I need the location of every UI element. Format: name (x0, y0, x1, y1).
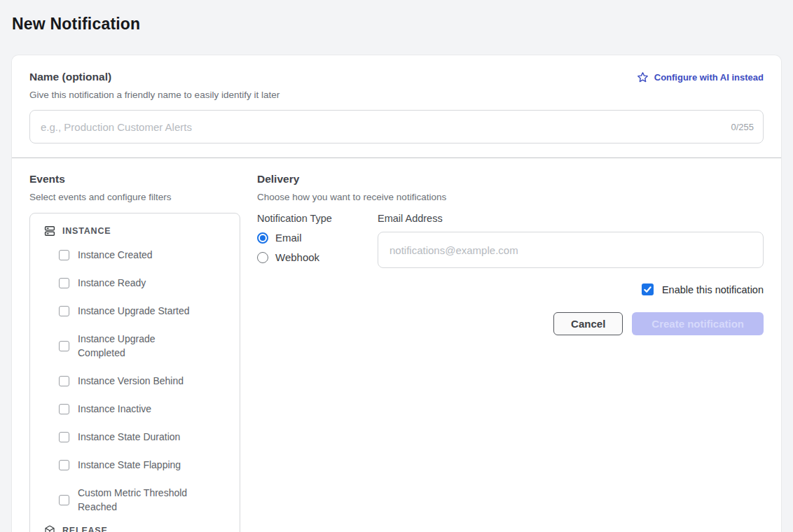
event-item[interactable]: Instance State Duration (30, 423, 240, 451)
name-helper: Give this notification a friendly name t… (29, 90, 764, 100)
events-section: Events Select events and configure filte… (29, 173, 240, 532)
delivery-title: Delivery (257, 173, 764, 186)
name-input[interactable] (29, 110, 764, 144)
enable-notification-row: Enable this notification (257, 284, 764, 295)
event-item-label: Instance State Duration (78, 430, 180, 444)
configure-ai-label: Configure with AI instead (654, 72, 764, 83)
event-item-label: Instance Ready (78, 276, 146, 290)
event-item[interactable]: Instance Version Behind (30, 367, 240, 395)
event-item-label: Instance State Flapping (78, 458, 181, 472)
radio-unselected-icon (257, 252, 268, 263)
event-group-label: INSTANCE (62, 226, 111, 236)
event-item[interactable]: Custom Metric Threshold Reached (30, 479, 240, 521)
delivery-section: Delivery Choose how you want to receive … (257, 173, 764, 532)
name-input-wrap: 0/255 (29, 110, 764, 144)
event-checkbox[interactable] (59, 432, 69, 442)
event-group-label: RELEASE (62, 526, 108, 532)
cancel-button[interactable]: Cancel (553, 312, 623, 335)
star-icon (637, 71, 649, 83)
event-item[interactable]: Instance Created (30, 241, 240, 269)
package-icon (44, 525, 55, 532)
event-checkbox[interactable] (59, 278, 69, 288)
event-checkbox[interactable] (59, 306, 69, 316)
events-subtitle: Select events and configure filters (29, 192, 240, 202)
event-group-header-instance: INSTANCE (30, 221, 240, 241)
event-checkbox[interactable] (59, 341, 69, 351)
event-item-label: Instance Upgrade Started (78, 304, 190, 318)
email-address-label: Email Address (378, 213, 764, 224)
event-item-label: Instance Version Behind (78, 374, 184, 388)
enable-checkbox[interactable] (642, 284, 654, 295)
events-title: Events (29, 173, 240, 186)
event-item[interactable]: Instance State Flapping (30, 451, 240, 479)
radio-webhook-label: Webhook (275, 251, 319, 263)
event-item[interactable]: Instance Ready (30, 269, 240, 297)
name-section: Name (optional) Configure with AI instea… (12, 55, 781, 144)
create-notification-button[interactable]: Create notification (632, 312, 764, 335)
event-item-label: Instance Inactive (78, 402, 151, 416)
notification-type-label: Notification Type (257, 213, 361, 224)
configure-ai-link[interactable]: Configure with AI instead (637, 71, 764, 83)
new-notification-card: Name (optional) Configure with AI instea… (11, 55, 782, 532)
event-item-label: Custom Metric Threshold Reached (78, 486, 202, 514)
radio-option-email[interactable]: Email (257, 232, 361, 244)
name-label: Name (optional) (29, 71, 111, 83)
event-checkbox[interactable] (59, 250, 69, 260)
form-actions: Cancel Create notification (257, 312, 764, 335)
server-icon (44, 225, 55, 237)
event-item-label: Instance Upgrade Completed (78, 332, 202, 360)
event-checkbox[interactable] (59, 460, 69, 470)
events-list[interactable]: INSTANCEInstance CreatedInstance ReadyIn… (29, 213, 240, 532)
event-item[interactable]: Instance Upgrade Started (30, 297, 240, 325)
check-icon (644, 286, 651, 293)
event-group-header-release: RELEASE (30, 521, 240, 532)
event-checkbox[interactable] (59, 404, 69, 414)
event-checkbox[interactable] (59, 495, 69, 505)
event-item[interactable]: Instance Inactive (30, 395, 240, 423)
delivery-subtitle: Choose how you want to receive notificat… (257, 192, 764, 202)
char-counter: 0/255 (731, 122, 754, 132)
radio-option-webhook[interactable]: Webhook (257, 251, 361, 263)
event-item-label: Instance Created (78, 248, 153, 262)
event-checkbox[interactable] (59, 376, 69, 386)
enable-label: Enable this notification (662, 284, 764, 295)
radio-selected-icon (257, 232, 268, 244)
event-item[interactable]: Instance Upgrade Completed (30, 325, 240, 367)
page-title: New Notification (12, 15, 140, 34)
radio-email-label: Email (275, 232, 302, 244)
email-input[interactable] (378, 232, 764, 268)
